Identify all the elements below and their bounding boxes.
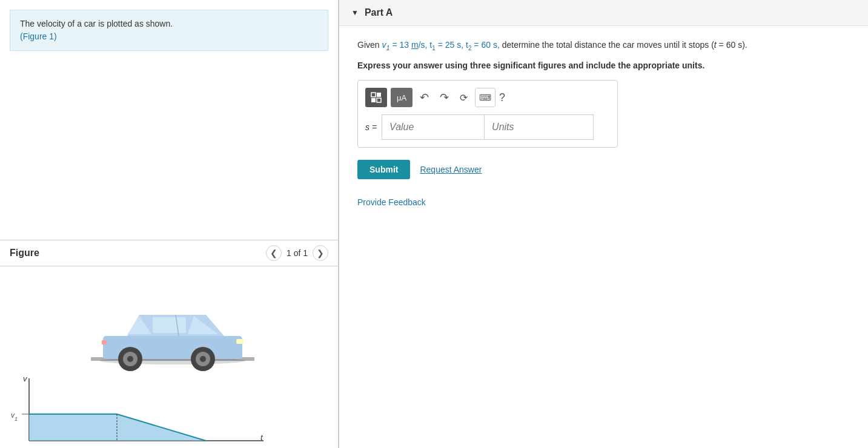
svg-rect-16 xyxy=(377,98,381,102)
figure-nav: ❮ 1 of 1 ❯ xyxy=(266,245,328,261)
figure-header: Figure ❮ 1 of 1 ❯ xyxy=(0,240,338,266)
keyboard-button[interactable]: ⌨ xyxy=(475,88,495,107)
svg-point-10 xyxy=(127,356,133,362)
toolbar: μΑ ↶ ↷ ⟳ ⌨ ? xyxy=(365,88,610,107)
left-panel: The velocity of a car is plotted as show… xyxy=(0,0,339,448)
refresh-button[interactable]: ⟳ xyxy=(456,88,471,107)
svg-rect-14 xyxy=(377,93,381,97)
matrix-icon xyxy=(370,91,382,104)
svg-rect-3 xyxy=(153,317,186,333)
figure-next-button[interactable]: ❯ xyxy=(313,245,328,261)
matrix-button[interactable] xyxy=(365,88,387,107)
action-row: Submit Request Answer xyxy=(357,160,850,179)
instruction-text: Express your answer using three signific… xyxy=(357,61,850,70)
graph-rect xyxy=(29,414,117,441)
help-icon: ? xyxy=(499,91,505,104)
figure-prev-button[interactable]: ❮ xyxy=(266,245,282,261)
v1-label: v1 xyxy=(11,411,18,422)
part-title: Part A xyxy=(365,7,393,18)
question-text: Given v1 = 13 m/s, t1 = 25 s, t2 = 60 s,… xyxy=(357,38,850,53)
svg-rect-13 xyxy=(371,93,376,97)
svg-rect-12 xyxy=(102,340,107,344)
request-answer-button[interactable]: Request Answer xyxy=(420,165,482,174)
redo-button[interactable]: ↷ xyxy=(436,88,452,107)
figure-link[interactable]: (Figure 1) xyxy=(20,31,57,41)
t1-label: t1 xyxy=(109,441,114,442)
problem-statement: The velocity of a car is plotted as show… xyxy=(10,10,328,51)
answer-box: μΑ ↶ ↷ ⟳ ⌨ ? s = xyxy=(357,80,618,148)
figure-svg: v v1 t1 t2 t xyxy=(0,266,321,442)
equation-label: s = xyxy=(365,122,377,132)
svg-rect-11 xyxy=(236,339,244,344)
svg-rect-15 xyxy=(371,98,376,102)
right-panel: ▼ Part A Given v1 = 13 m/s, t1 = 25 s, t… xyxy=(339,0,868,448)
figure-title: Figure xyxy=(10,248,39,259)
input-row: s = xyxy=(365,114,610,140)
part-header: ▼ Part A xyxy=(339,0,868,26)
provide-feedback-button[interactable]: Provide Feedback xyxy=(357,197,426,207)
value-input[interactable] xyxy=(382,114,485,140)
mu-button[interactable]: μΑ xyxy=(391,88,412,107)
problem-text-1: The velocity of a car is plotted as show… xyxy=(20,19,173,28)
t2-label: t2 xyxy=(188,441,193,442)
units-input[interactable] xyxy=(485,114,594,140)
collapse-arrow-icon[interactable]: ▼ xyxy=(351,8,359,17)
figure-content: v v1 t1 t2 t xyxy=(0,266,338,448)
help-button[interactable]: ? xyxy=(499,88,505,107)
figure-counter: 1 of 1 xyxy=(287,248,308,258)
v-axis-label: v xyxy=(23,374,28,383)
mu-label: μΑ xyxy=(397,93,406,102)
undo-button[interactable]: ↶ xyxy=(416,88,432,107)
submit-button[interactable]: Submit xyxy=(357,160,410,179)
figure-section: Figure ❮ 1 of 1 ❯ xyxy=(0,228,338,448)
part-content: Given v1 = 13 m/s, t1 = 25 s, t2 = 60 s,… xyxy=(339,26,868,219)
keyboard-icon: ⌨ xyxy=(479,93,491,102)
svg-point-7 xyxy=(200,356,206,362)
